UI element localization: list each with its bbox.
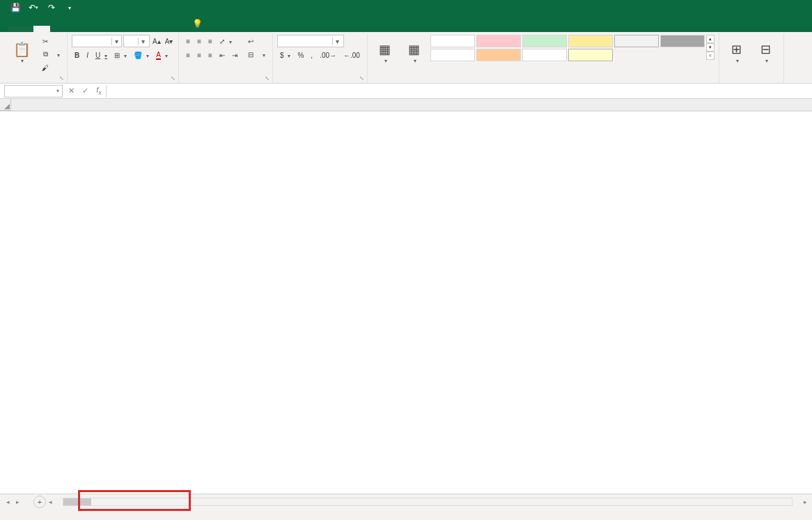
chevron-down-icon[interactable]: ▾ [138, 38, 148, 45]
align-right-button[interactable]: ≡ [205, 49, 215, 61]
format-painter-button[interactable]: 🖌 [38, 61, 63, 74]
chevron-down-icon[interactable]: ▾ [706, 43, 715, 52]
style-good[interactable] [522, 35, 567, 47]
name-box[interactable]: ▾ [4, 85, 63, 97]
style-note[interactable] [568, 49, 613, 61]
bold-button[interactable]: B [72, 49, 82, 61]
cut-button[interactable]: ✂ [38, 35, 63, 47]
group-styles: ▦ ▦ [368, 33, 719, 83]
scroll-left-icon[interactable]: ◂ [46, 498, 54, 505]
increase-indent-button[interactable]: ⇥ [229, 49, 240, 61]
comma-button[interactable]: , [308, 49, 315, 61]
dialog-launcher-icon[interactable]: ⤡ [59, 75, 66, 82]
chevron-up-icon[interactable]: ▴ [706, 35, 715, 43]
tab-data[interactable] [100, 26, 117, 32]
enter-formula-button[interactable]: ✓ [78, 85, 92, 97]
merge-center-button[interactable]: ⊟ [243, 48, 268, 61]
style-input[interactable] [476, 49, 521, 61]
copy-button[interactable]: ⧉ [38, 48, 63, 61]
align-center-button[interactable]: ≡ [194, 49, 204, 61]
decrease-indent-button[interactable]: ⇤ [217, 49, 228, 61]
style-calculation[interactable] [614, 35, 659, 47]
group-title-styles [372, 81, 715, 83]
delete-cells-button[interactable]: ⊟ [753, 35, 779, 74]
tab-nav-prev-button[interactable]: ◂ [3, 496, 13, 507]
orientation-button[interactable]: ⤢ [217, 35, 235, 47]
fill-icon: 🪣 [134, 52, 142, 59]
font-color-button[interactable]: A [153, 49, 171, 61]
fill-color-button[interactable]: 🪣 [131, 49, 152, 61]
tab-home[interactable] [33, 26, 50, 32]
currency-button[interactable]: $ [277, 49, 294, 61]
cell-styles-gallery[interactable] [430, 35, 705, 61]
redo-icon[interactable]: ↷ [43, 1, 60, 15]
tab-review[interactable] [117, 26, 134, 32]
number-format-combo[interactable]: ▾ [277, 35, 344, 47]
cancel-formula-button[interactable]: ✕ [64, 85, 78, 97]
horizontal-scrollbar[interactable]: ◂ ▸ [46, 497, 809, 507]
align-top-button[interactable]: ≡ [183, 35, 193, 47]
underline-button[interactable]: U [93, 49, 110, 61]
tab-pdfelement[interactable] [167, 26, 184, 32]
tell-me[interactable]: 💡 [192, 19, 207, 32]
worksheet-grid[interactable] [0, 99, 812, 494]
tab-file[interactable] [8, 26, 33, 32]
align-middle-button[interactable]: ≡ [194, 35, 204, 47]
style-linked-cell[interactable] [522, 49, 567, 61]
scroll-right-icon[interactable]: ▸ [801, 498, 809, 505]
tab-view[interactable] [134, 26, 150, 32]
style-bad[interactable] [476, 35, 521, 47]
cond-format-icon: ▦ [380, 45, 390, 54]
chevron-down-icon [164, 52, 168, 59]
wrap-text-button[interactable]: ↩ [243, 35, 268, 47]
select-all-corner[interactable] [0, 99, 11, 111]
chevron-down-icon[interactable]: ▾ [332, 38, 342, 45]
font-name-combo[interactable]: ▾ [72, 35, 122, 47]
font-size-input[interactable] [124, 38, 138, 45]
style-neutral[interactable] [568, 35, 613, 47]
chevron-down-icon[interactable]: ▾ [56, 88, 59, 94]
wrap-text-icon: ↩ [246, 36, 256, 46]
qat-customize-icon[interactable]: ▾ [61, 1, 78, 15]
conditional-formatting-button[interactable]: ▦ [372, 35, 398, 74]
border-button[interactable]: ⊞ [111, 49, 130, 61]
tab-page-layout[interactable] [67, 26, 84, 32]
style-normal[interactable] [430, 35, 475, 47]
style-explanatory[interactable] [430, 49, 475, 61]
tab-help[interactable] [150, 26, 167, 32]
italic-button[interactable]: I [84, 49, 91, 61]
undo-icon[interactable]: ↶▾ [25, 1, 42, 15]
merge-icon: ⊟ [246, 49, 256, 59]
tab-formulas[interactable] [84, 26, 100, 32]
tab-nav-next-button[interactable]: ▸ [13, 496, 22, 507]
decrease-decimal-button[interactable]: ←.00 [341, 49, 363, 61]
align-bottom-button[interactable]: ≡ [205, 35, 215, 47]
dialog-launcher-icon[interactable]: ⤡ [265, 75, 272, 82]
scroll-thumb[interactable] [63, 498, 91, 505]
dialog-launcher-icon[interactable]: ⤡ [171, 75, 178, 82]
font-size-combo[interactable]: ▾ [123, 35, 150, 47]
scroll-track[interactable] [63, 498, 793, 506]
insert-cells-button[interactable]: ⊞ [724, 35, 750, 74]
format-as-table-button[interactable]: ▦ [401, 35, 428, 74]
paste-button[interactable]: 📋 [8, 35, 35, 74]
save-icon[interactable]: 💾 [7, 1, 24, 15]
dialog-launcher-icon[interactable]: ⤡ [359, 75, 366, 82]
chevron-down-icon [123, 52, 127, 59]
font-name-input[interactable] [72, 38, 111, 45]
decrease-font-button[interactable]: A▾ [164, 35, 175, 47]
tab-insert[interactable] [50, 26, 67, 32]
more-icon[interactable]: ▿ [706, 52, 715, 60]
number-format-value[interactable] [278, 38, 332, 45]
increase-font-button[interactable]: A▴ [151, 35, 162, 47]
increase-decimal-button[interactable]: .00→ [317, 49, 339, 61]
formula-input[interactable] [106, 85, 812, 97]
chevron-down-icon[interactable]: ▾ [111, 38, 121, 45]
insert-function-button[interactable]: fx [92, 85, 106, 97]
style-check-cell[interactable] [660, 35, 705, 47]
new-sheet-button[interactable]: + [33, 496, 46, 508]
chevron-down-icon [56, 51, 60, 58]
align-left-button[interactable]: ≡ [183, 49, 193, 61]
gallery-scroll[interactable]: ▴▾▿ [706, 35, 715, 61]
percent-button[interactable]: % [295, 49, 306, 61]
